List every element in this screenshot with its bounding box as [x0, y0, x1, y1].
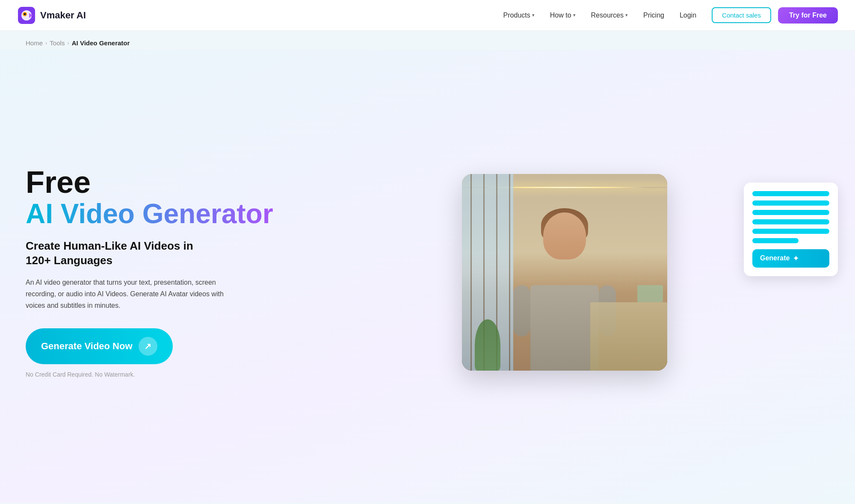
text-line-6: [752, 238, 799, 243]
logo-link[interactable]: Vmaker AI: [17, 6, 86, 25]
left-arm: [513, 285, 530, 336]
nav-login[interactable]: Login: [680, 12, 696, 19]
svg-point-4: [24, 13, 26, 15]
text-line-2: [752, 200, 829, 206]
products-chevron-icon: ▾: [532, 12, 535, 18]
text-line-1: [752, 191, 829, 196]
breadcrumb-current: AI Video Generator: [72, 39, 130, 47]
logo-icon: [17, 6, 36, 25]
hero-description: An AI video generator that turns your te…: [26, 277, 231, 312]
hero-right: Generate ✦: [299, 174, 829, 371]
try-free-button[interactable]: Try for Free: [778, 7, 838, 24]
nav-howto[interactable]: How to ▾: [550, 12, 576, 19]
avatar-background: [462, 174, 667, 371]
hero-video-card: [462, 174, 667, 371]
floating-generate-button[interactable]: Generate ✦: [752, 249, 829, 268]
sparkle-icon: ✦: [793, 254, 799, 262]
hero-title-free: Free: [26, 166, 274, 199]
hero-left: Free AI Video Generator Create Human-Lik…: [26, 166, 274, 378]
breadcrumb: Home › Tools › AI Video Generator: [0, 31, 855, 50]
breadcrumb-sep-2: ›: [67, 40, 69, 46]
cabinet-background: [590, 302, 667, 371]
howto-chevron-icon: ▾: [573, 12, 576, 18]
breadcrumb-tools[interactable]: Tools: [50, 39, 65, 47]
plant-decoration: [475, 319, 500, 371]
text-line-4: [752, 219, 829, 224]
hero-subtitle: Create Human-Like AI Videos in120+ Langu…: [26, 239, 274, 268]
arrow-icon: ↗: [139, 337, 157, 356]
plant-small: [637, 285, 663, 302]
nav-actions: Contact sales Try for Free: [712, 7, 838, 24]
no-credit-text: No Credit Card Required. No Watermark.: [26, 371, 274, 378]
breadcrumb-sep-1: ›: [45, 40, 47, 46]
nav-resources[interactable]: Resources ▾: [591, 12, 628, 19]
floating-ui-card: Generate ✦: [744, 183, 838, 276]
window-bar-4: [509, 174, 510, 371]
generate-video-button[interactable]: Generate Video Now ↗: [26, 328, 173, 364]
hero-title-gradient: AI Video Generator: [26, 199, 274, 229]
breadcrumb-home[interactable]: Home: [26, 39, 43, 47]
nav-products[interactable]: Products ▾: [503, 12, 535, 19]
text-line-3: [752, 210, 829, 215]
nav-pricing[interactable]: Pricing: [643, 12, 664, 19]
resources-chevron-icon: ▾: [625, 12, 628, 18]
window-bar-1: [470, 174, 472, 371]
contact-sales-button[interactable]: Contact sales: [712, 7, 771, 23]
brand-name: Vmaker AI: [40, 10, 86, 21]
nav-links: Products ▾ How to ▾ Resources ▾ Pricing …: [503, 12, 696, 19]
text-line-5: [752, 229, 829, 234]
navbar: Vmaker AI Products ▾ How to ▾ Resources …: [0, 0, 855, 31]
hero-section: Free AI Video Generator Create Human-Lik…: [0, 50, 855, 503]
